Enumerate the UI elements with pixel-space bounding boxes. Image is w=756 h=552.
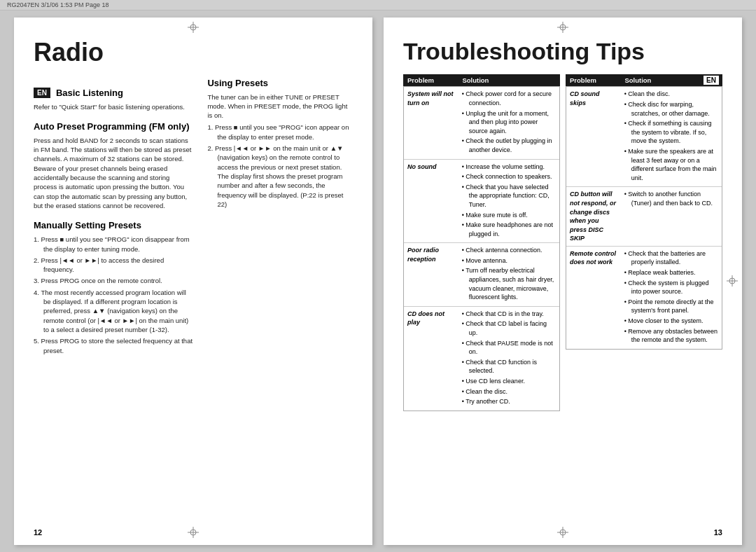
solution-cell: Increase the volume setting. Check conne… (458, 160, 559, 243)
troubleshooting-title: Troubleshooting Tips (403, 39, 645, 64)
list-item: Use CD lens cleaner. (462, 377, 556, 386)
list-item: Point the remote directly at the system'… (624, 298, 718, 315)
basic-listening-heading: Basic Listening (56, 88, 123, 98)
table-row: CD sound skips Clean the disc. Check dis… (566, 87, 722, 187)
solution-cell: Check antenna connection. Move antenna. … (458, 243, 559, 306)
list-item: Switch to another function (Tuner) and t… (624, 190, 718, 207)
list-item: Move closer to the system. (624, 317, 718, 326)
list-item: Check disc for warping, scratches, or ot… (624, 100, 718, 118)
right-table-section: CD sound skips Clean the disc. Check dis… (566, 86, 722, 349)
list-item: Check that PAUSE mode is not on. (462, 339, 556, 357)
problem-cell: Poor radio reception (404, 243, 458, 306)
list-item: Check that CD is in the tray. (462, 310, 556, 319)
list-item: 1. Press ■ until you see "PROG" icon dis… (34, 235, 193, 254)
problem-cell: System will not turn on (404, 87, 458, 158)
solution-list: Clean the disc. Check disc for warping, … (624, 90, 718, 182)
solution-list: Check power cord for a secure connection… (462, 90, 556, 154)
problem-cell: CD button will not respond, or change di… (566, 187, 621, 246)
list-item: 1. Press ■ until you see "PROG" icon app… (207, 123, 353, 142)
table-row: No sound Increase the volume setting. Ch… (404, 160, 559, 244)
troubleshooting-page: Troubleshooting Tips Problem Solution (384, 18, 742, 545)
trouble-wrapper: Problem Solution System will not turn on… (403, 74, 722, 410)
radio-page: Radio EN Basic Listening Refer to "Quick… (14, 18, 372, 545)
problem-cell: No sound (404, 160, 458, 243)
list-item: Replace weak batteries. (624, 268, 718, 277)
table-row: CD does not play Check that CD is in the… (404, 307, 559, 410)
list-item: Make sure headphones are not plugged in. (462, 221, 556, 238)
list-item: Check that the batteries are properly in… (624, 249, 718, 267)
trouble-right-table: Problem Solution EN CD sound skips (566, 74, 722, 410)
page-number-right: 13 (714, 528, 722, 537)
list-item: 5. Press PROG to store the selected freq… (34, 336, 193, 355)
list-item: 3. Press PROG once on the remote control… (34, 276, 193, 285)
header-bar: RG2047EN 3/1/06 1:53 PM Page 18 (0, 0, 756, 11)
en-badge-left: EN (34, 88, 50, 98)
th-problem-right: Problem (566, 74, 620, 86)
auto-preset-section: Auto Preset Programming (FM only) Press … (34, 121, 193, 210)
right-page-content: Troubleshooting Tips Problem Solution (403, 39, 722, 531)
file-info: RG2047EN 3/1/06 1:53 PM Page 18 (7, 1, 109, 8)
basic-listening-body: Refer to "Quick Start" for basic listeni… (34, 102, 193, 111)
solution-cell: Switch to another function (Tuner) and t… (621, 187, 722, 246)
radio-title: Radio (34, 39, 353, 67)
en-badge-table-right: EN (700, 74, 722, 86)
solution-list: Check that CD is in the tray. Check that… (462, 310, 556, 406)
th-problem-left: Problem (403, 74, 458, 86)
list-item: Turn off nearby electrical appliances, s… (462, 266, 556, 301)
manually-setting-section: Manually Setting Presets 1. Press ■ unti… (34, 220, 193, 355)
list-item: Check connection to speakers. (462, 172, 556, 181)
list-item: Check the system is plugged into power s… (624, 279, 718, 296)
list-item: Check power cord for a secure connection… (462, 90, 556, 107)
trouble-right-header: Problem Solution EN (566, 74, 722, 86)
trouble-left-table: Problem Solution System will not turn on… (403, 74, 560, 410)
using-presets-heading: Using Presets (207, 78, 353, 88)
list-item: 2. Press |◄◄ or ►► on the main unit or ▲… (207, 144, 353, 209)
th-solution-right: Solution (620, 74, 700, 86)
solution-list: Increase the volume setting. Check conne… (462, 163, 556, 239)
table-row: Poor radio reception Check antenna conne… (404, 243, 559, 307)
list-item: 2. Press |◄◄ or ►►| to access the desire… (34, 256, 193, 275)
table-row: CD button will not respond, or change di… (566, 187, 722, 247)
list-item: Check the outlet by plugging in another … (462, 137, 556, 154)
pages-container: Radio EN Basic Listening Refer to "Quick… (0, 11, 756, 552)
left-col1: EN Basic Listening Refer to "Quick Start… (34, 78, 193, 357)
page-number-left: 12 (34, 528, 42, 537)
left-col2: Using Presets The tuner can be in either… (207, 78, 353, 357)
table-row: Remote control does not work Check that … (566, 247, 722, 349)
basic-listening-heading-row: EN Basic Listening (34, 88, 193, 98)
left-page-columns: EN Basic Listening Refer to "Quick Start… (34, 78, 353, 357)
solution-cell: Check that CD is in the tray. Check that… (458, 307, 559, 410)
list-item: Move antenna. (462, 256, 556, 265)
using-presets-intro: The tuner can be in either TUNE or PRESE… (207, 92, 353, 120)
left-table-section: System will not turn on Check power cord… (403, 86, 560, 410)
auto-preset-heading: Auto Preset Programming (FM only) (34, 121, 193, 132)
right-title-row: Troubleshooting Tips (403, 39, 722, 64)
reg-mark-top (188, 22, 199, 34)
problem-cell: Remote control does not work (566, 247, 621, 349)
list-item: Make sure mute is off. (462, 211, 556, 220)
reg-mark-right-edge (727, 275, 738, 288)
using-presets-steps: 1. Press ■ until you see "PROG" icon app… (207, 123, 353, 209)
en-badge-right-label: EN (704, 76, 719, 85)
list-item: Clean the disc. (462, 387, 556, 396)
list-item: Try another CD. (462, 397, 556, 406)
solution-cell: Clean the disc. Check disc for warping, … (621, 87, 722, 186)
list-item: Unplug the unit for a moment, and then p… (462, 109, 556, 136)
list-item: Remove any obstacles between the remote … (624, 327, 718, 345)
problem-cell: CD does not play (404, 307, 458, 410)
list-item: Make sure the speakers are at least 3 fe… (624, 147, 718, 182)
using-presets-section: Using Presets The tuner can be in either… (207, 78, 353, 209)
reg-mark-bottom-right (557, 527, 568, 539)
table-row: System will not turn on Check power cord… (404, 87, 559, 159)
page-wrapper: RG2047EN 3/1/06 1:53 PM Page 18 Radio EN… (0, 0, 756, 552)
problem-cell: CD sound skips (566, 87, 621, 186)
solution-list: Check antenna connection. Move antenna. … (462, 246, 556, 302)
list-item: Check that you have selected the appropr… (462, 183, 556, 209)
manually-setting-steps: 1. Press ■ until you see "PROG" icon dis… (34, 235, 193, 355)
reg-mark-top-right (557, 22, 568, 34)
solution-list: Check that the batteries are properly in… (624, 249, 718, 345)
trouble-left-header: Problem Solution (403, 74, 560, 86)
th-solution-left: Solution (458, 74, 560, 86)
list-item: Clean the disc. (624, 90, 718, 99)
solution-cell: Check power cord for a secure connection… (458, 87, 559, 158)
